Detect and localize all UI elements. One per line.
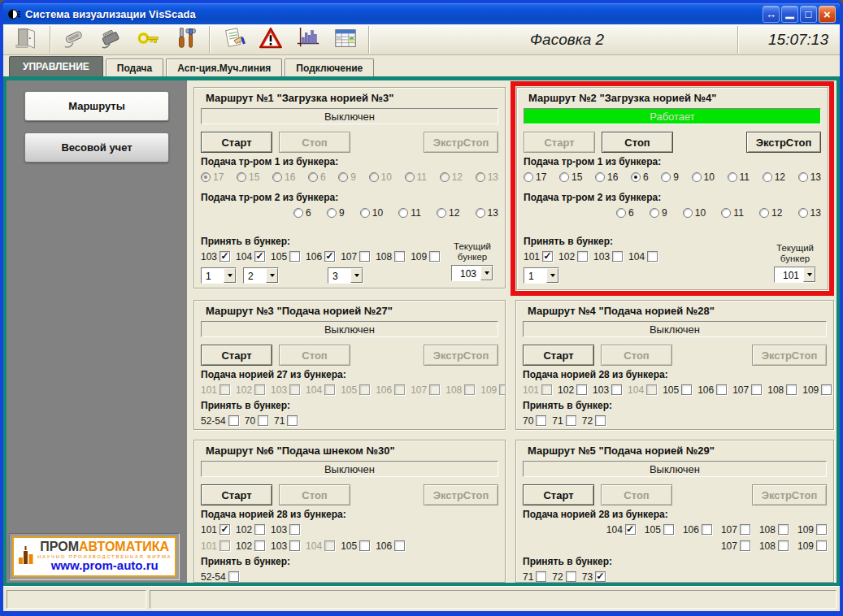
bunker-checkbox[interactable]: 103: [271, 540, 300, 552]
bunker-radio[interactable]: 10: [683, 207, 706, 219]
bunker-checkbox[interactable]: 72: [582, 415, 606, 427]
bunker-radio[interactable]: 11: [728, 171, 750, 183]
bunker-radio[interactable]: 10: [692, 171, 715, 183]
weight-accounting-button[interactable]: Весовой учет: [24, 132, 169, 163]
bunker-checkbox[interactable]: 101✓: [524, 251, 553, 262]
bunker-select[interactable]: 3: [328, 267, 363, 284]
bunker-select[interactable]: 1: [201, 267, 237, 284]
bunker-radio[interactable]: 9: [327, 207, 345, 219]
stop-button[interactable]: Стоп: [602, 132, 673, 153]
start-button[interactable]: Старт: [201, 132, 272, 153]
bunker-radio[interactable]: 11: [398, 207, 420, 219]
dropdown-button[interactable]: [350, 268, 363, 283]
tab-control[interactable]: УПРАВЛЕНИЕ: [9, 56, 103, 76]
bunker-radio[interactable]: 6: [631, 171, 649, 183]
bunker-checkbox[interactable]: 104✓: [606, 524, 636, 536]
bunker-checkbox[interactable]: 107: [732, 384, 762, 396]
current-bunker-select[interactable]: 101: [774, 267, 816, 283]
start-button[interactable]: Старт: [201, 484, 272, 505]
bunker-checkbox[interactable]: 109: [797, 524, 827, 536]
data-table-button[interactable]: [327, 26, 364, 54]
minimize-button[interactable]: ▁: [781, 6, 798, 23]
bunker-checkbox[interactable]: 109: [797, 540, 827, 552]
bunker-checkbox[interactable]: 106: [697, 384, 727, 396]
emergency-stop-button[interactable]: ЭкстрСтоп: [746, 132, 821, 153]
bunker-checkbox[interactable]: 108: [759, 540, 789, 552]
bunker-radio[interactable]: 12: [759, 207, 782, 219]
bunker-checkbox[interactable]: 107: [721, 524, 750, 536]
tab-aspiration-flour-line[interactable]: Асп-ция.Муч.линия: [166, 59, 282, 76]
bunker-checkbox[interactable]: 108: [759, 524, 789, 536]
bunker-radio[interactable]: 10: [360, 207, 383, 219]
bunker-checkbox[interactable]: 52-54: [201, 571, 239, 583]
bunker-checkbox[interactable]: 102: [558, 251, 588, 262]
bunker-checkbox[interactable]: 107: [341, 251, 370, 262]
bunker-checkbox[interactable]: 103✓: [201, 251, 230, 262]
close-button[interactable]: ×: [819, 6, 836, 23]
bunker-checkbox[interactable]: 108: [767, 384, 797, 396]
bunker-radio[interactable]: 12: [763, 171, 785, 183]
bunker-radio[interactable]: 17: [524, 171, 546, 183]
bunker-radio[interactable]: 6: [616, 207, 634, 219]
bunker-radio[interactable]: 9: [661, 171, 679, 183]
tab-feed[interactable]: Подача: [106, 59, 163, 76]
bunker-checkbox[interactable]: 102: [558, 384, 587, 396]
bunker-radio[interactable]: 13: [476, 207, 498, 219]
dropdown-button[interactable]: [546, 268, 558, 283]
bunker-checkbox[interactable]: 102: [236, 524, 265, 536]
bunker-checkbox[interactable]: 109: [802, 384, 832, 396]
bunker-checkbox[interactable]: 101✓: [201, 524, 230, 536]
start-button[interactable]: Старт: [523, 484, 594, 505]
bunker-checkbox[interactable]: 106✓: [306, 251, 335, 262]
bunker-checkbox[interactable]: 102: [236, 540, 265, 552]
bunker-checkbox[interactable]: 103: [271, 524, 300, 536]
dropdown-button[interactable]: [266, 268, 278, 283]
bunker-radio[interactable]: 13: [798, 207, 821, 219]
bunker-checkbox[interactable]: 107: [721, 540, 750, 552]
maximize-button[interactable]: □: [800, 6, 817, 23]
dropdown-button[interactable]: [224, 268, 236, 283]
dropdown-button[interactable]: [803, 267, 815, 282]
bunker-select[interactable]: 1: [524, 267, 559, 284]
trend-chart-button[interactable]: [289, 26, 327, 54]
tab-connection[interactable]: Подключение: [285, 59, 374, 76]
bunker-radio[interactable]: 13: [798, 171, 821, 183]
bunker-checkbox[interactable]: 103: [593, 384, 622, 396]
current-bunker-select[interactable]: 103: [451, 265, 493, 281]
bunker-checkbox[interactable]: 70: [245, 415, 268, 427]
key-button[interactable]: [130, 26, 167, 54]
bunker-radio[interactable]: 15: [559, 171, 582, 183]
bunker-checkbox[interactable]: 73✓: [582, 571, 606, 583]
bunker-radio[interactable]: 16: [595, 171, 618, 183]
resize-horizontal-button[interactable]: ↔: [763, 6, 780, 23]
dropdown-button[interactable]: [480, 266, 493, 280]
bunker-radio[interactable]: 11: [721, 207, 743, 219]
alarm-warning-button[interactable]: [252, 26, 289, 54]
bunker-checkbox[interactable]: 109: [411, 251, 440, 262]
bunker-checkbox[interactable]: 108: [376, 251, 405, 262]
bunker-checkbox[interactable]: 105: [663, 384, 692, 396]
routes-button[interactable]: Маршруты: [24, 91, 169, 121]
start-button[interactable]: Старт: [523, 345, 594, 366]
bunker-checkbox[interactable]: 72: [552, 571, 576, 583]
bunker-radio[interactable]: 9: [650, 207, 667, 219]
serial-port-button[interactable]: [55, 26, 93, 54]
bunker-checkbox[interactable]: 106: [376, 540, 405, 552]
bunker-checkbox[interactable]: 52-54: [201, 415, 239, 427]
bunker-checkbox[interactable]: 105: [271, 251, 300, 262]
bunker-radio[interactable]: 6: [293, 207, 311, 219]
report-button[interactable]: [215, 26, 252, 54]
tools-button[interactable]: [167, 26, 205, 54]
bunker-checkbox[interactable]: 104✓: [236, 251, 265, 262]
start-button[interactable]: Старт: [201, 345, 272, 366]
bunker-checkbox[interactable]: 106: [683, 524, 712, 536]
exit-door-button[interactable]: [8, 26, 46, 54]
bunker-checkbox[interactable]: 71: [552, 415, 576, 427]
bunker-radio[interactable]: 12: [437, 207, 459, 219]
bunker-checkbox[interactable]: 105: [341, 540, 370, 552]
usb-connector-button[interactable]: [93, 26, 130, 54]
bunker-checkbox[interactable]: 103: [593, 251, 623, 262]
bunker-checkbox[interactable]: 104: [628, 251, 658, 262]
bunker-select[interactable]: 2: [243, 267, 279, 284]
bunker-checkbox[interactable]: 71: [274, 415, 298, 427]
